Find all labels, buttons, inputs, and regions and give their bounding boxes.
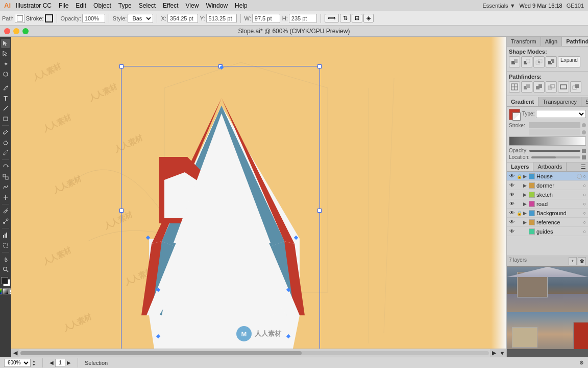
menu-effect[interactable]: Effect (163, 2, 178, 9)
scroll-down-btn[interactable]: ▼ (498, 349, 506, 357)
rect-tool[interactable] (1, 114, 10, 123)
layer-road[interactable]: 👁 ▶ road ○ (507, 199, 588, 209)
pencil-tool[interactable] (1, 148, 10, 157)
tab-stroke[interactable]: Stroke (581, 97, 588, 106)
zoom-select[interactable]: 600% 400% 200% 100% (4, 359, 31, 367)
toolbar-icon-btn2[interactable]: ⇅ (340, 14, 351, 22)
scale-tool[interactable] (1, 172, 10, 181)
layer-arrow-house[interactable]: ▶ (523, 174, 527, 179)
tab-pathfinder[interactable]: Pathfinder (562, 37, 588, 46)
menu-edit[interactable]: Edit (76, 2, 86, 9)
layers-menu-btn[interactable]: ☰ (579, 163, 588, 171)
type-tool[interactable]: T (1, 94, 10, 103)
layer-background[interactable]: 👁 🔒 ▶ Background ○ (507, 209, 588, 218)
rotate-tool[interactable] (1, 162, 10, 171)
scroll-thumb[interactable] (20, 351, 302, 355)
tab-layers[interactable]: Layers (507, 163, 533, 171)
layer-eye-house[interactable]: 👁 (509, 173, 515, 179)
scroll-left-btn[interactable]: ◀ (11, 349, 19, 357)
gradient-fill-swatch[interactable] (509, 109, 520, 120)
menu-help[interactable]: Help (235, 2, 248, 9)
layer-eye-background[interactable]: 👁 (509, 210, 515, 216)
workspace-selector[interactable]: Essentials ▼ (482, 3, 515, 9)
menu-illustrator[interactable]: Illustrator CC (16, 2, 52, 9)
tab-transform[interactable]: Transform (507, 37, 541, 46)
layer-target-dormer[interactable]: ○ (583, 183, 586, 188)
fill-color-btn[interactable] (1, 277, 10, 286)
tab-gradient[interactable]: Gradient (507, 97, 538, 106)
unite-btn[interactable] (509, 56, 520, 67)
merge-btn[interactable] (533, 81, 545, 93)
layer-target-house[interactable]: ○ (583, 174, 586, 179)
blend-tool[interactable] (1, 217, 10, 226)
magic-wand-tool[interactable]: ✦ (1, 59, 10, 68)
opacity-input[interactable] (82, 14, 105, 23)
layer-arrow-background[interactable]: ▶ (523, 211, 527, 216)
tab-artboards[interactable]: Artboards (533, 163, 567, 171)
h-input[interactable] (289, 14, 317, 23)
fill-swatch[interactable] (15, 14, 25, 23)
trim-btn[interactable] (521, 81, 532, 93)
opacity-icon[interactable] (582, 149, 586, 153)
toolbar-icon-btn3[interactable]: ⊞ (352, 14, 362, 22)
y-input[interactable] (206, 14, 237, 23)
layer-eye-reference[interactable]: 👁 (509, 219, 515, 225)
page-input[interactable] (55, 359, 65, 367)
layer-eye-sketch[interactable]: 👁 (509, 192, 515, 198)
expand-btn[interactable]: Expand (558, 56, 580, 67)
scroll-track[interactable] (20, 351, 489, 355)
style-select[interactable]: Basic (128, 14, 153, 23)
scroll-right-btn[interactable]: ▶ (490, 349, 498, 357)
artboard-tool[interactable] (1, 241, 10, 250)
direct-selection-tool[interactable] (1, 49, 10, 58)
layer-house[interactable]: 👁 🔒 ▶ House ○ (507, 172, 588, 181)
stroke-icon[interactable] (582, 123, 586, 127)
page-arrow-left[interactable]: ◀ (50, 360, 54, 365)
hand-tool[interactable] (1, 255, 10, 264)
layer-arrow-sketch[interactable]: ▶ (523, 192, 527, 197)
layer-dormer[interactable]: 👁 ▶ dormer ○ (507, 181, 588, 190)
minimize-button[interactable] (13, 28, 19, 34)
toolbar-icon-btn4[interactable]: ◈ (363, 14, 374, 22)
layer-eye-dormer[interactable]: 👁 (509, 182, 515, 189)
stroke-swatch[interactable] (45, 14, 53, 22)
photo-ref-2[interactable] (507, 312, 588, 357)
width-tool[interactable] (1, 193, 10, 202)
gradient-type-select[interactable] (536, 110, 586, 118)
new-layer-btn[interactable]: + (569, 257, 577, 265)
layer-sketch[interactable]: 👁 ▶ sketch ○ (507, 190, 588, 199)
layer-target-sketch[interactable]: ○ (583, 192, 586, 197)
blob-brush-tool[interactable] (1, 138, 10, 147)
horizontal-scrollbar[interactable]: ◀ ▶ ▼ (11, 349, 506, 357)
menu-object[interactable]: Object (93, 2, 111, 9)
crop-btn[interactable] (546, 81, 557, 93)
layer-target-road[interactable]: ○ (583, 201, 586, 206)
layer-target-guides[interactable]: ○ (583, 229, 586, 234)
canvas-area[interactable]: 人人素材 人人素材 人人素材 人人素材 人人素材 人人素材 人人素材 人人素材 … (11, 37, 506, 357)
pen-tool[interactable] (1, 83, 10, 93)
layer-guides[interactable]: 👁 guides ○ (507, 227, 588, 236)
tab-align[interactable]: Align (541, 37, 562, 46)
intersect-btn[interactable] (533, 56, 545, 67)
layer-eye-guides[interactable]: 👁 (509, 228, 515, 235)
fill-icon[interactable] (582, 130, 586, 134)
warp-tool[interactable] (1, 182, 10, 192)
menu-type[interactable]: Type (118, 2, 132, 9)
color-mode-color[interactable] (0, 288, 2, 294)
line-tool[interactable] (1, 104, 10, 113)
menu-view[interactable]: View (186, 2, 199, 9)
layer-lock-house[interactable]: 🔒 (517, 174, 522, 179)
layer-arrow-dormer[interactable]: ▶ (523, 183, 527, 188)
layer-target-background[interactable]: ○ (583, 211, 586, 216)
layer-target-reference[interactable]: ○ (583, 220, 586, 225)
minus-front-btn[interactable] (521, 56, 532, 67)
lasso-tool[interactable] (1, 70, 10, 79)
toolbar-icon-btn1[interactable]: ⟺ (325, 14, 339, 22)
close-button[interactable] (4, 28, 10, 34)
layer-arrow-road[interactable]: ▶ (523, 201, 527, 206)
divide-btn[interactable] (509, 81, 520, 93)
page-arrow-right[interactable]: ▶ (67, 360, 71, 365)
layer-arrow-reference[interactable]: ▶ (523, 220, 527, 225)
color-mode-gradient[interactable] (3, 288, 9, 294)
location-icon[interactable] (582, 155, 586, 159)
